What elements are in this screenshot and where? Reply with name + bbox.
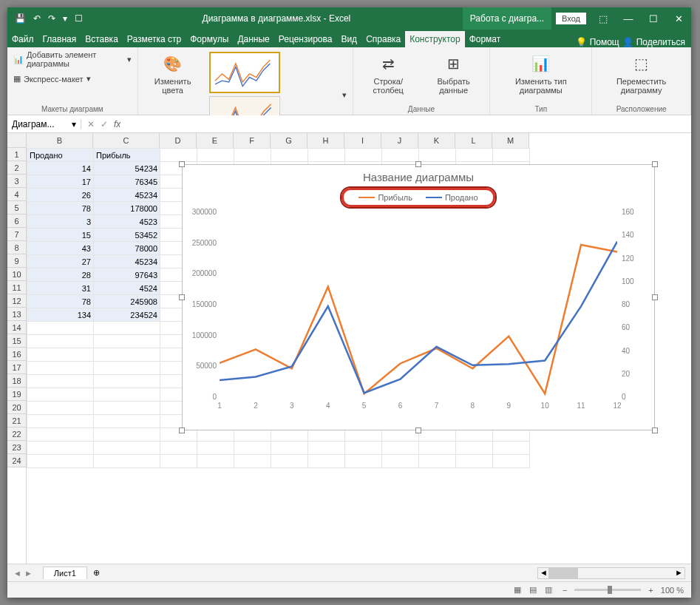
close-icon[interactable]: ✕ — [666, 7, 691, 30]
zoom-slider[interactable] — [574, 589, 641, 591]
normal-view-icon[interactable]: ▦ — [511, 585, 524, 594]
tab-review[interactable]: Рецензирова — [274, 31, 337, 47]
row-header-14[interactable]: 14 — [7, 321, 26, 334]
row-header-22[interactable]: 22 — [7, 427, 26, 441]
row-header-20[interactable]: 20 — [7, 401, 26, 414]
resize-handle-se[interactable] — [652, 427, 658, 433]
add-chart-element-button[interactable]: 📊 Добавить элемент диаграммы▾ — [13, 50, 132, 68]
col-header-K[interactable]: K — [418, 133, 455, 148]
col-header-B[interactable]: B — [27, 133, 93, 148]
maximize-icon[interactable]: ☐ — [641, 7, 666, 30]
zoom-in-icon[interactable]: + — [648, 586, 653, 595]
sheet-tab-1[interactable]: Лист1 — [43, 567, 87, 579]
resize-handle-e[interactable] — [652, 294, 658, 300]
login-button[interactable]: Вход — [556, 13, 586, 24]
legend-item-profit[interactable]: Прибыль — [359, 193, 412, 202]
namebox-dropdown-icon[interactable]: ▾ — [72, 119, 76, 129]
col-header-F[interactable]: F — [234, 133, 271, 148]
tab-insert[interactable]: Вставка — [81, 31, 123, 47]
change-chart-type-button[interactable]: 📊 Изменить тип диаграммы — [496, 50, 585, 96]
zoom-out-icon[interactable]: − — [563, 586, 567, 595]
worksheet-grid[interactable]: BCDEFGHIJKLM 123456789101112131415161718… — [7, 133, 691, 564]
tab-help[interactable]: Справка — [361, 31, 405, 47]
row-header-5[interactable]: 5 — [7, 201, 26, 214]
help-label[interactable]: Помощ — [590, 37, 619, 47]
tab-view[interactable]: Вид — [336, 31, 361, 47]
chart-style-1[interactable] — [209, 52, 280, 93]
qat-more-icon[interactable]: ▾ — [63, 13, 67, 24]
row-header-10[interactable]: 10 — [7, 268, 26, 281]
row-header-15[interactable]: 15 — [7, 334, 26, 348]
minimize-icon[interactable]: — — [616, 7, 641, 30]
tab-design[interactable]: Конструктор — [405, 31, 464, 47]
resize-handle-w[interactable] — [179, 294, 185, 300]
sheet-nav-next-icon[interactable]: ► — [24, 569, 33, 578]
chart-plot-area[interactable]: 050000100000150000200000250000300000 020… — [220, 212, 617, 396]
row-header-13[interactable]: 13 — [7, 308, 26, 321]
row-header-19[interactable]: 19 — [7, 388, 26, 401]
row-header-4[interactable]: 4 — [7, 188, 26, 201]
switch-row-col-button[interactable]: ⇄ Строка/ столбец — [359, 50, 418, 96]
row-header-9[interactable]: 9 — [7, 254, 26, 268]
chart-object[interactable]: Название диаграммы Прибыль Продано — [182, 164, 655, 430]
tab-data[interactable]: Данные — [233, 31, 273, 47]
resize-handle-n[interactable] — [415, 161, 421, 167]
horizontal-scrollbar[interactable]: ◄ ► — [537, 567, 685, 579]
row-header-23[interactable]: 23 — [7, 441, 26, 454]
styles-more-icon[interactable]: ▾ — [342, 90, 347, 100]
new-sheet-icon[interactable]: ⊕ — [87, 568, 106, 578]
redo-icon[interactable]: ↷ — [48, 13, 55, 24]
page-layout-view-icon[interactable]: ▤ — [526, 585, 540, 594]
col-header-D[interactable]: D — [160, 133, 197, 148]
share-label[interactable]: Поделиться — [636, 37, 685, 47]
col-header-E[interactable]: E — [197, 133, 234, 148]
page-break-view-icon[interactable]: ▥ — [542, 585, 555, 594]
tab-file[interactable]: Файл — [7, 31, 38, 47]
col-header-J[interactable]: J — [381, 133, 418, 148]
col-header-M[interactable]: M — [492, 133, 529, 148]
chart-legend[interactable]: Прибыль Продано — [341, 188, 495, 207]
move-chart-button[interactable]: ⬚ Переместить диаграмму — [598, 50, 684, 96]
chart-title[interactable]: Название диаграммы — [183, 171, 654, 183]
row-header-21[interactable]: 21 — [7, 414, 26, 427]
tab-home[interactable]: Главная — [38, 31, 81, 47]
row-header-8[interactable]: 8 — [7, 241, 26, 254]
zoom-level[interactable]: 100 % — [661, 586, 684, 595]
col-header-L[interactable]: L — [455, 133, 492, 148]
resize-handle-s[interactable] — [415, 427, 421, 433]
select-all-corner[interactable] — [7, 133, 27, 148]
tab-formulas[interactable]: Формулы — [186, 31, 233, 47]
select-data-button[interactable]: ⊞ Выбрать данные — [424, 50, 483, 96]
fx-icon[interactable]: fx — [114, 119, 120, 129]
col-header-I[interactable]: I — [344, 133, 381, 148]
row-header-12[interactable]: 12 — [7, 294, 26, 308]
row-header-3[interactable]: 3 — [7, 175, 26, 188]
col-header-C[interactable]: C — [93, 133, 160, 148]
resize-handle-sw[interactable] — [179, 427, 185, 433]
share-icon[interactable]: 👤 — [622, 37, 633, 47]
row-header-7[interactable]: 7 — [7, 228, 26, 241]
col-header-G[interactable]: G — [271, 133, 307, 148]
resize-handle-nw[interactable] — [179, 161, 185, 167]
lightbulb-icon[interactable]: 💡 — [576, 37, 587, 47]
accept-formula-icon[interactable]: ✓ — [101, 119, 108, 129]
row-header-6[interactable]: 6 — [7, 214, 26, 228]
row-header-24[interactable]: 24 — [7, 454, 26, 467]
row-header-18[interactable]: 18 — [7, 374, 26, 388]
tab-format[interactable]: Формат — [465, 31, 506, 47]
sheet-nav-prev-icon[interactable]: ◄ — [13, 569, 21, 578]
col-header-H[interactable]: H — [307, 133, 344, 148]
change-colors-button[interactable]: 🎨 Изменить цвета — [144, 50, 202, 96]
tab-layout[interactable]: Разметка стр — [123, 31, 186, 47]
save-icon[interactable]: 💾 — [15, 13, 26, 24]
row-header-1[interactable]: 1 — [7, 148, 26, 161]
ribbon-options-icon[interactable]: ⬚ — [591, 7, 616, 30]
resize-handle-ne[interactable] — [652, 161, 658, 167]
row-header-16[interactable]: 16 — [7, 348, 26, 361]
legend-item-sold[interactable]: Продано — [426, 193, 478, 202]
row-header-2[interactable]: 2 — [7, 161, 26, 175]
name-box[interactable]: Диаграм...▾ — [7, 119, 81, 129]
row-header-11[interactable]: 11 — [7, 281, 26, 294]
touch-mode-icon[interactable]: ☐ — [75, 13, 83, 24]
cancel-formula-icon[interactable]: ✕ — [87, 119, 95, 129]
